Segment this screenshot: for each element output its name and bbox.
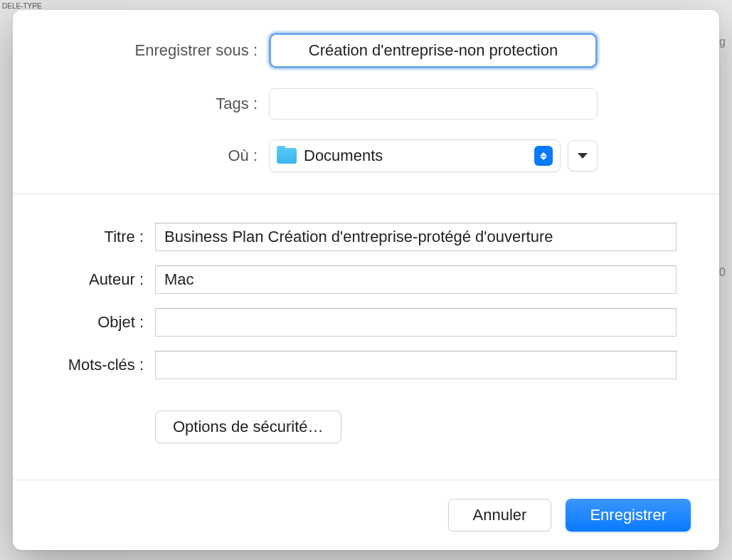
dialog-metadata-section: Titre : Auteur : Objet : Mots-clés : Opt…	[13, 194, 719, 480]
title-input[interactable]	[155, 223, 677, 251]
keywords-label: Mots-clés :	[41, 356, 155, 374]
title-label: Titre :	[41, 228, 155, 246]
folder-icon	[277, 148, 297, 164]
subject-input[interactable]	[155, 308, 677, 337]
keywords-row: Mots-clés :	[41, 351, 677, 379]
where-selected-label: Documents	[304, 147, 534, 165]
select-arrows-icon	[534, 146, 553, 166]
keywords-input[interactable]	[155, 351, 677, 379]
author-input[interactable]	[155, 265, 677, 294]
author-label: Auteur :	[41, 270, 155, 289]
dialog-bottom-section: Annuler Enregistrer	[13, 480, 719, 550]
cancel-button[interactable]: Annuler	[448, 499, 552, 532]
where-select[interactable]: Documents	[269, 139, 561, 172]
subject-row: Objet :	[41, 308, 677, 337]
tags-row: Tags :	[55, 88, 677, 120]
chevron-down-icon	[578, 153, 588, 159]
author-row: Auteur :	[41, 265, 677, 294]
save-as-label: Enregistrer sous :	[55, 41, 269, 60]
dialog-top-section: Enregistrer sous : Tags : Où : Documents	[13, 10, 719, 194]
tags-input[interactable]	[269, 88, 598, 120]
save-as-row: Enregistrer sous :	[55, 33, 677, 68]
save-dialog: Enregistrer sous : Tags : Où : Documents	[13, 10, 719, 550]
background-right: g0	[719, 36, 732, 279]
where-label: Où :	[55, 147, 269, 165]
where-row: Où : Documents	[55, 139, 677, 172]
security-options-button[interactable]: Options de sécurité…	[155, 411, 341, 443]
save-as-input[interactable]	[269, 33, 598, 68]
save-button[interactable]: Enregistrer	[566, 499, 691, 532]
title-row: Titre :	[41, 223, 677, 251]
expand-button[interactable]	[568, 140, 598, 171]
subject-label: Objet :	[41, 313, 155, 332]
tags-label: Tags :	[55, 95, 269, 113]
